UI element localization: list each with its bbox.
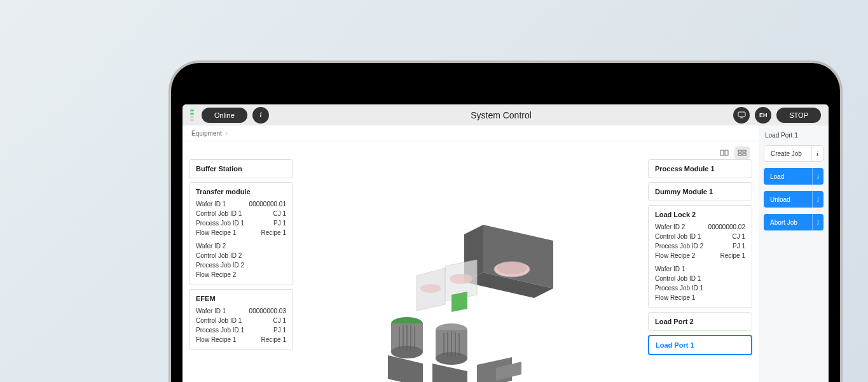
svg-rect-4 [738,150,741,152]
info-icon[interactable]: i [812,168,823,185]
transfer-module-panel[interactable]: Transfer module Wafer ID 100000000.01 Co… [189,182,293,285]
top-bar: Online i System Control EH STOP [183,104,829,125]
svg-marker-34 [388,355,423,383]
view-split-button[interactable] [717,146,732,159]
chevron-right-icon: › [226,130,228,137]
info-button[interactable]: i [252,107,269,124]
sidebar-title: Load Port 1 [764,132,823,139]
svg-point-14 [450,274,472,284]
tablet-frame: Online i System Control EH STOP Equipmen… [169,60,843,382]
load-button[interactable]: Load i [764,168,823,185]
table-row: Process Job ID 2PJ 1 [655,241,745,251]
view-toggle [183,141,759,159]
online-button[interactable]: Online [202,108,247,123]
table-row: Wafer ID 100000000.03 [196,306,286,316]
breadcrumb: Equipment › [183,125,759,141]
content-row: Equipment › [183,125,829,382]
table-row: Wafer ID 2 [196,241,286,251]
table-row: Control Job ID 1 [655,274,745,283]
table-row: Flow Recipe 2Recipe 1 [655,251,745,260]
monitor-button[interactable] [733,107,750,124]
load-lock-2-panel[interactable]: Load Lock 2 Wafer ID 200000000.02 Contro… [648,205,752,308]
load-port-2-panel[interactable]: Load Port 2 [648,312,752,331]
table-row: Control Job ID 1CJ 1 [196,209,286,218]
svg-point-16 [420,284,441,293]
breadcrumb-item[interactable]: Equipment [191,130,222,137]
buffer-station-panel[interactable]: Buffer Station [189,159,293,178]
main-area: Equipment › [183,125,759,382]
table-row: Flow Recipe 1 [655,293,745,302]
panels-layout: Buffer Station Transfer module Wafer ID … [183,159,759,382]
actions-sidebar: Load Port 1 Create Job i Load i Unload i… [759,125,829,382]
svg-point-12 [497,262,527,274]
info-icon[interactable]: i [812,191,823,208]
svg-rect-3 [725,150,728,155]
svg-rect-5 [743,150,746,152]
svg-rect-7 [743,153,746,155]
page-title: System Control [274,110,728,120]
equipment-3d-view[interactable] [300,159,642,382]
table-row: Flow Recipe 1Recipe 1 [196,335,286,344]
table-row: Flow Recipe 2 [196,270,286,279]
table-row: Process Job ID 1 [655,283,745,293]
unload-button[interactable]: Unload i [764,191,823,208]
table-row: Process Job ID 2 [196,260,286,270]
layout-split-icon [720,150,729,156]
table-row: Process Job ID 1PJ 1 [196,218,286,228]
table-row: Wafer ID 200000000.02 [655,222,745,232]
svg-marker-17 [451,292,467,312]
info-icon[interactable]: i [812,214,823,230]
table-row: Wafer ID 100000000.01 [196,199,286,209]
process-module-1-panel[interactable]: Process Module 1 [648,159,752,178]
button-label: Unload [764,191,812,208]
table-row: Control Job ID 1CJ 1 [196,316,286,325]
info-icon: i [259,110,261,120]
table-row: Control Job ID 2 [196,251,286,260]
table-row: Process Job ID 1PJ 1 [196,325,286,335]
status-indicator-icon [190,110,194,121]
load-port-1-panel[interactable]: Load Port 1 [648,335,752,355]
table-row: Control Job ID 1CJ 1 [655,232,745,241]
view-grid-button[interactable] [734,146,750,159]
svg-marker-35 [432,364,467,383]
panel-title: EFEM [196,295,286,302]
dummy-module-1-panel[interactable]: Dummy Module 1 [648,182,752,201]
button-label: Abort Job [764,214,812,230]
svg-rect-0 [738,112,745,117]
stop-button[interactable]: STOP [776,108,821,123]
button-label: Create Job [764,146,811,161]
abort-job-button[interactable]: Abort Job i [764,214,823,230]
panel-title: Transfer module [196,188,286,195]
monitor-icon [738,111,746,118]
svg-rect-2 [720,150,724,155]
table-row: Flow Recipe 1Recipe 1 [196,228,286,237]
panel-title: Load Lock 2 [655,211,745,218]
right-column: Process Module 1 Dummy Module 1 Load Loc… [648,159,752,382]
user-badge[interactable]: EH [755,107,771,124]
left-column: Buffer Station Transfer module Wafer ID … [189,159,293,382]
app-window: Online i System Control EH STOP Equipmen… [183,104,829,382]
equipment-illustration-icon [369,199,572,383]
layout-grid-icon [738,150,747,156]
svg-rect-6 [738,153,741,155]
info-icon[interactable]: i [811,146,823,161]
button-label: Load [764,168,812,185]
table-row: Wafer ID 1 [655,264,745,274]
create-job-button[interactable]: Create Job i [764,145,823,162]
efem-panel[interactable]: EFEM Wafer ID 100000000.03 Control Job I… [189,289,293,350]
